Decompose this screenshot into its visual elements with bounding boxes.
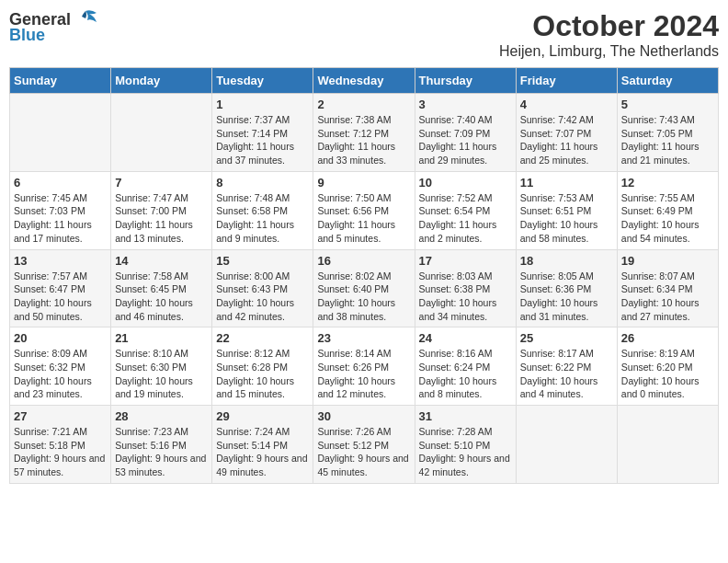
day-info: Sunrise: 7:37 AM Sunset: 7:14 PM Dayligh… — [216, 113, 309, 167]
logo: General Blue — [9, 9, 98, 45]
day-cell: 12Sunrise: 7:55 AM Sunset: 6:49 PM Dayli… — [617, 171, 718, 249]
day-cell: 10Sunrise: 7:52 AM Sunset: 6:54 PM Dayli… — [415, 171, 516, 249]
week-row-2: 6Sunrise: 7:45 AM Sunset: 7:03 PM Daylig… — [10, 171, 719, 249]
day-number: 21 — [115, 331, 208, 345]
day-number: 1 — [216, 98, 309, 111]
header-wednesday: Wednesday — [313, 68, 415, 94]
day-cell: 24Sunrise: 8:16 AM Sunset: 6:24 PM Dayli… — [415, 327, 516, 406]
day-cell: 29Sunrise: 7:24 AM Sunset: 5:14 PM Dayli… — [212, 406, 313, 484]
day-info: Sunrise: 7:52 AM Sunset: 6:54 PM Dayligh… — [419, 191, 512, 246]
day-number: 31 — [419, 409, 512, 423]
page-header: General Blue October 2024 Heijen, Limbur… — [9, 9, 719, 60]
day-number: 19 — [621, 254, 714, 268]
header-saturday: Saturday — [617, 68, 718, 94]
day-number: 30 — [317, 409, 410, 423]
day-info: Sunrise: 7:43 AM Sunset: 7:05 PM Dayligh… — [621, 113, 714, 167]
day-cell: 3Sunrise: 7:40 AM Sunset: 7:09 PM Daylig… — [415, 94, 516, 172]
day-cell: 8Sunrise: 7:48 AM Sunset: 6:58 PM Daylig… — [212, 171, 313, 249]
day-number: 23 — [317, 331, 410, 345]
day-info: Sunrise: 7:58 AM Sunset: 6:45 PM Dayligh… — [115, 270, 208, 324]
day-cell: 5Sunrise: 7:43 AM Sunset: 7:05 PM Daylig… — [617, 94, 718, 172]
day-number: 22 — [216, 331, 309, 345]
logo-blue: Blue — [9, 26, 45, 45]
day-info: Sunrise: 7:24 AM Sunset: 5:14 PM Dayligh… — [216, 425, 309, 479]
day-cell: 16Sunrise: 8:02 AM Sunset: 6:40 PM Dayli… — [313, 249, 415, 327]
day-cell: 23Sunrise: 8:14 AM Sunset: 6:26 PM Dayli… — [313, 327, 415, 406]
header-sunday: Sunday — [10, 68, 111, 94]
day-info: Sunrise: 7:40 AM Sunset: 7:09 PM Dayligh… — [419, 113, 512, 167]
day-number: 24 — [419, 331, 512, 345]
day-number: 29 — [216, 409, 309, 423]
day-number: 16 — [317, 254, 410, 268]
day-cell: 25Sunrise: 8:17 AM Sunset: 6:22 PM Dayli… — [516, 327, 617, 406]
day-cell: 2Sunrise: 7:38 AM Sunset: 7:12 PM Daylig… — [313, 94, 415, 172]
day-number: 8 — [216, 176, 309, 190]
day-info: Sunrise: 7:47 AM Sunset: 7:00 PM Dayligh… — [115, 191, 208, 246]
header-monday: Monday — [111, 68, 212, 94]
day-cell: 4Sunrise: 7:42 AM Sunset: 7:07 PM Daylig… — [516, 94, 617, 172]
header-friday: Friday — [516, 68, 617, 94]
day-cell: 7Sunrise: 7:47 AM Sunset: 7:00 PM Daylig… — [111, 171, 212, 249]
day-cell: 20Sunrise: 8:09 AM Sunset: 6:32 PM Dayli… — [10, 327, 111, 406]
day-number: 15 — [216, 254, 309, 268]
day-cell — [10, 94, 111, 172]
header-tuesday: Tuesday — [212, 68, 313, 94]
day-number: 17 — [419, 254, 512, 268]
day-cell: 26Sunrise: 8:19 AM Sunset: 6:20 PM Dayli… — [617, 327, 718, 406]
day-info: Sunrise: 8:17 AM Sunset: 6:22 PM Dayligh… — [520, 347, 613, 401]
day-info: Sunrise: 8:14 AM Sunset: 6:26 PM Dayligh… — [317, 347, 410, 401]
day-info: Sunrise: 7:42 AM Sunset: 7:07 PM Dayligh… — [520, 113, 613, 167]
location: Heijen, Limburg, The Netherlands — [499, 43, 719, 60]
day-cell: 17Sunrise: 8:03 AM Sunset: 6:38 PM Dayli… — [415, 249, 516, 327]
day-info: Sunrise: 7:48 AM Sunset: 6:58 PM Dayligh… — [216, 191, 309, 246]
logo-bird-icon — [73, 9, 98, 29]
calendar-header-row: SundayMondayTuesdayWednesdayThursdayFrid… — [10, 68, 719, 94]
day-cell: 14Sunrise: 7:58 AM Sunset: 6:45 PM Dayli… — [111, 249, 212, 327]
day-cell — [516, 406, 617, 484]
day-number: 18 — [520, 254, 613, 268]
day-number: 7 — [115, 176, 208, 190]
calendar-table: SundayMondayTuesdayWednesdayThursdayFrid… — [9, 67, 719, 484]
day-cell: 9Sunrise: 7:50 AM Sunset: 6:56 PM Daylig… — [313, 171, 415, 249]
day-info: Sunrise: 7:26 AM Sunset: 5:12 PM Dayligh… — [317, 425, 410, 479]
day-number: 3 — [419, 98, 512, 111]
day-info: Sunrise: 8:07 AM Sunset: 6:34 PM Dayligh… — [621, 270, 714, 324]
day-cell: 27Sunrise: 7:21 AM Sunset: 5:18 PM Dayli… — [10, 406, 111, 484]
day-info: Sunrise: 8:00 AM Sunset: 6:43 PM Dayligh… — [216, 270, 309, 324]
day-cell — [111, 94, 212, 172]
day-number: 10 — [419, 176, 512, 190]
day-cell: 6Sunrise: 7:45 AM Sunset: 7:03 PM Daylig… — [10, 171, 111, 249]
day-number: 11 — [520, 176, 613, 190]
day-info: Sunrise: 8:19 AM Sunset: 6:20 PM Dayligh… — [621, 347, 714, 401]
day-info: Sunrise: 7:53 AM Sunset: 6:51 PM Dayligh… — [520, 191, 613, 246]
day-number: 13 — [14, 254, 107, 268]
day-info: Sunrise: 7:38 AM Sunset: 7:12 PM Dayligh… — [317, 113, 410, 167]
day-number: 9 — [317, 176, 410, 190]
day-number: 20 — [14, 331, 107, 345]
day-info: Sunrise: 8:10 AM Sunset: 6:30 PM Dayligh… — [115, 347, 208, 401]
day-number: 12 — [621, 176, 714, 190]
day-number: 2 — [317, 98, 410, 111]
day-info: Sunrise: 8:09 AM Sunset: 6:32 PM Dayligh… — [14, 347, 107, 401]
title-area: October 2024 Heijen, Limburg, The Nether… — [499, 9, 719, 60]
day-number: 27 — [14, 409, 107, 423]
day-number: 4 — [520, 98, 613, 111]
day-info: Sunrise: 7:50 AM Sunset: 6:56 PM Dayligh… — [317, 191, 410, 246]
day-info: Sunrise: 7:57 AM Sunset: 6:47 PM Dayligh… — [14, 270, 107, 324]
day-number: 14 — [115, 254, 208, 268]
day-number: 6 — [14, 176, 107, 190]
day-info: Sunrise: 8:16 AM Sunset: 6:24 PM Dayligh… — [419, 347, 512, 401]
day-info: Sunrise: 7:28 AM Sunset: 5:10 PM Dayligh… — [419, 425, 512, 479]
day-cell: 19Sunrise: 8:07 AM Sunset: 6:34 PM Dayli… — [617, 249, 718, 327]
day-cell: 30Sunrise: 7:26 AM Sunset: 5:12 PM Dayli… — [313, 406, 415, 484]
day-number: 28 — [115, 409, 208, 423]
day-info: Sunrise: 8:12 AM Sunset: 6:28 PM Dayligh… — [216, 347, 309, 401]
week-row-5: 27Sunrise: 7:21 AM Sunset: 5:18 PM Dayli… — [10, 406, 719, 484]
day-cell: 18Sunrise: 8:05 AM Sunset: 6:36 PM Dayli… — [516, 249, 617, 327]
day-cell: 31Sunrise: 7:28 AM Sunset: 5:10 PM Dayli… — [415, 406, 516, 484]
day-number: 5 — [621, 98, 714, 111]
week-row-3: 13Sunrise: 7:57 AM Sunset: 6:47 PM Dayli… — [10, 249, 719, 327]
month-title: October 2024 — [499, 9, 719, 43]
day-info: Sunrise: 8:02 AM Sunset: 6:40 PM Dayligh… — [317, 270, 410, 324]
day-number: 26 — [621, 331, 714, 345]
